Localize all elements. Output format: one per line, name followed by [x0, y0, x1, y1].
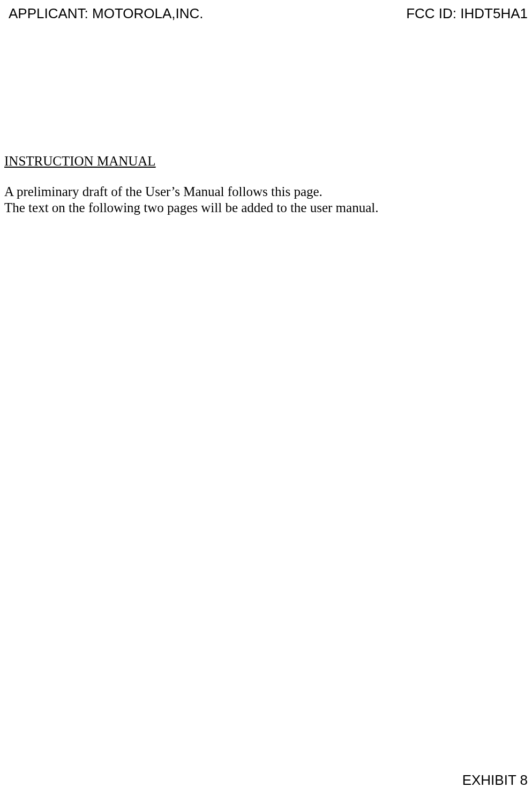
- document-content: INSTRUCTION MANUAL A preliminary draft o…: [4, 154, 528, 216]
- fcc-id-label: FCC ID: IHDT5HA1: [406, 5, 528, 22]
- document-footer: EXHIBIT 8: [462, 772, 528, 789]
- exhibit-label: EXHIBIT 8: [462, 772, 528, 788]
- document-header: APPLICANT: MOTOROLA,INC. FCC ID: IHDT5HA…: [0, 5, 532, 22]
- applicant-label: APPLICANT: MOTOROLA,INC.: [9, 5, 204, 22]
- section-title: INSTRUCTION MANUAL: [4, 154, 528, 169]
- paragraph-2: The text on the following two pages will…: [4, 200, 528, 216]
- body-text: A preliminary draft of the User’s Manual…: [4, 184, 528, 216]
- paragraph-1: A preliminary draft of the User’s Manual…: [4, 184, 528, 200]
